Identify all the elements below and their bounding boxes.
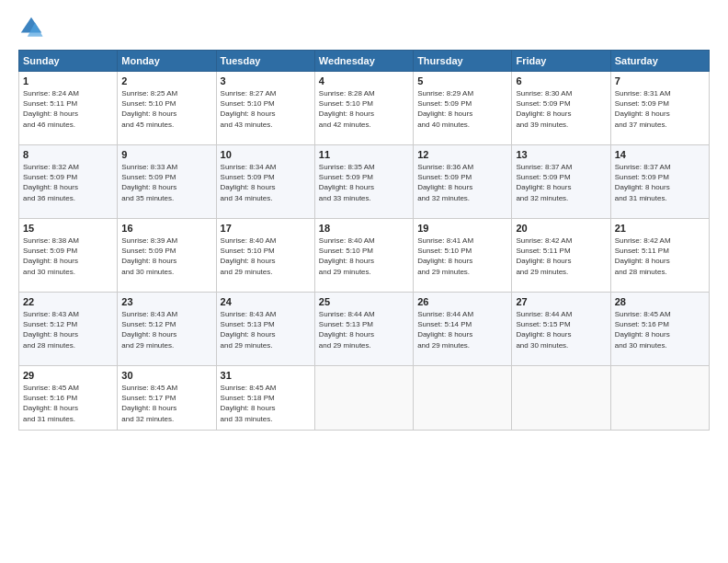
day-number: 25 [319,296,409,307]
day-number: 4 [319,75,409,86]
day-number: 14 [615,149,705,160]
day-info: Sunrise: 8:45 AM Sunset: 5:16 PM Dayligh… [23,383,113,424]
day-info: Sunrise: 8:28 AM Sunset: 5:10 PM Dayligh… [319,88,409,130]
calendar-cell: 31Sunrise: 8:45 AM Sunset: 5:18 PM Dayli… [216,366,314,431]
calendar-cell: 15Sunrise: 8:38 AM Sunset: 5:09 PM Dayli… [19,219,118,293]
day-number: 16 [121,223,211,234]
day-number: 17 [221,223,311,234]
calendar-cell: 3Sunrise: 8:27 AM Sunset: 5:10 PM Daylig… [216,72,314,145]
calendar-cell: 4Sunrise: 8:28 AM Sunset: 5:10 PM Daylig… [314,72,413,145]
day-number: 12 [417,149,507,160]
day-number: 30 [121,370,211,381]
day-number: 18 [319,223,409,234]
calendar-cell: 29Sunrise: 8:45 AM Sunset: 5:16 PM Dayli… [19,366,118,431]
day-info: Sunrise: 8:42 AM Sunset: 5:11 PM Dayligh… [516,236,606,277]
day-number: 1 [23,75,113,86]
day-number: 29 [23,370,113,381]
day-info: Sunrise: 8:43 AM Sunset: 5:13 PM Dayligh… [221,309,311,350]
day-number: 20 [516,223,606,234]
day-info: Sunrise: 8:44 AM Sunset: 5:15 PM Dayligh… [516,309,606,350]
day-number: 31 [221,370,311,381]
day-info: Sunrise: 8:38 AM Sunset: 5:09 PM Dayligh… [23,236,113,277]
calendar-cell: 20Sunrise: 8:42 AM Sunset: 5:11 PM Dayli… [512,219,610,293]
day-info: Sunrise: 8:39 AM Sunset: 5:09 PM Dayligh… [121,236,211,277]
day-number: 5 [417,75,507,86]
day-info: Sunrise: 8:37 AM Sunset: 5:09 PM Dayligh… [615,162,705,203]
calendar-cell: 2Sunrise: 8:25 AM Sunset: 5:10 PM Daylig… [118,72,216,145]
day-info: Sunrise: 8:29 AM Sunset: 5:09 PM Dayligh… [417,88,507,130]
day-number: 23 [121,296,211,307]
day-info: Sunrise: 8:25 AM Sunset: 5:10 PM Dayligh… [121,88,211,130]
logo-icon [18,15,44,40]
calendar-cell: 8Sunrise: 8:32 AM Sunset: 5:09 PM Daylig… [19,145,118,219]
calendar-cell: 14Sunrise: 8:37 AM Sunset: 5:09 PM Dayli… [610,145,709,219]
day-number: 28 [615,296,705,307]
calendar-cell: 30Sunrise: 8:45 AM Sunset: 5:17 PM Dayli… [118,366,216,431]
day-number: 10 [221,149,311,160]
calendar-cell [512,366,610,431]
day-number: 3 [221,75,311,86]
day-number: 6 [516,75,606,86]
calendar-cell: 13Sunrise: 8:37 AM Sunset: 5:09 PM Dayli… [512,145,610,219]
day-number: 21 [615,223,705,234]
logo [18,15,46,40]
day-info: Sunrise: 8:45 AM Sunset: 5:16 PM Dayligh… [615,309,705,350]
day-info: Sunrise: 8:40 AM Sunset: 5:10 PM Dayligh… [221,236,311,277]
calendar-cell [610,366,709,431]
day-number: 22 [23,296,113,307]
calendar-cell: 6Sunrise: 8:30 AM Sunset: 5:09 PM Daylig… [512,72,610,145]
calendar-cell: 23Sunrise: 8:43 AM Sunset: 5:12 PM Dayli… [118,293,216,366]
calendar: Sunday Monday Tuesday Wednesday Thursday… [18,50,710,431]
header [18,15,710,40]
day-number: 13 [516,149,606,160]
calendar-cell [314,366,413,431]
day-info: Sunrise: 8:40 AM Sunset: 5:10 PM Dayligh… [319,236,409,277]
day-info: Sunrise: 8:36 AM Sunset: 5:09 PM Dayligh… [417,162,507,203]
col-saturday: Saturday [610,51,709,72]
day-info: Sunrise: 8:33 AM Sunset: 5:09 PM Dayligh… [121,162,211,203]
calendar-cell: 7Sunrise: 8:31 AM Sunset: 5:09 PM Daylig… [610,72,709,145]
day-info: Sunrise: 8:30 AM Sunset: 5:09 PM Dayligh… [516,88,606,130]
day-info: Sunrise: 8:27 AM Sunset: 5:10 PM Dayligh… [221,88,311,130]
day-info: Sunrise: 8:44 AM Sunset: 5:13 PM Dayligh… [319,309,409,350]
day-info: Sunrise: 8:41 AM Sunset: 5:10 PM Dayligh… [417,236,507,277]
day-info: Sunrise: 8:37 AM Sunset: 5:09 PM Dayligh… [516,162,606,203]
col-wednesday: Wednesday [314,51,413,72]
day-info: Sunrise: 8:43 AM Sunset: 5:12 PM Dayligh… [23,309,113,350]
calendar-cell: 11Sunrise: 8:35 AM Sunset: 5:09 PM Dayli… [314,145,413,219]
day-number: 7 [615,75,705,86]
col-thursday: Thursday [414,51,512,72]
calendar-cell: 28Sunrise: 8:45 AM Sunset: 5:16 PM Dayli… [610,293,709,366]
days-header-row: Sunday Monday Tuesday Wednesday Thursday… [19,51,710,72]
day-info: Sunrise: 8:44 AM Sunset: 5:14 PM Dayligh… [417,309,507,350]
day-info: Sunrise: 8:32 AM Sunset: 5:09 PM Dayligh… [23,162,113,203]
day-info: Sunrise: 8:34 AM Sunset: 5:09 PM Dayligh… [221,162,311,203]
day-number: 24 [221,296,311,307]
day-info: Sunrise: 8:24 AM Sunset: 5:11 PM Dayligh… [23,88,113,130]
calendar-cell: 17Sunrise: 8:40 AM Sunset: 5:10 PM Dayli… [216,219,314,293]
day-info: Sunrise: 8:42 AM Sunset: 5:11 PM Dayligh… [615,236,705,277]
calendar-cell: 10Sunrise: 8:34 AM Sunset: 5:09 PM Dayli… [216,145,314,219]
day-info: Sunrise: 8:31 AM Sunset: 5:09 PM Dayligh… [615,88,705,130]
calendar-cell: 27Sunrise: 8:44 AM Sunset: 5:15 PM Dayli… [512,293,610,366]
day-number: 8 [23,149,113,160]
calendar-cell: 1Sunrise: 8:24 AM Sunset: 5:11 PM Daylig… [19,72,118,145]
calendar-cell: 22Sunrise: 8:43 AM Sunset: 5:12 PM Dayli… [19,293,118,366]
day-number: 19 [417,223,507,234]
day-number: 15 [23,223,113,234]
calendar-cell: 12Sunrise: 8:36 AM Sunset: 5:09 PM Dayli… [414,145,512,219]
day-info: Sunrise: 8:45 AM Sunset: 5:18 PM Dayligh… [221,383,311,424]
day-info: Sunrise: 8:45 AM Sunset: 5:17 PM Dayligh… [121,383,211,424]
calendar-cell: 5Sunrise: 8:29 AM Sunset: 5:09 PM Daylig… [414,72,512,145]
calendar-cell: 24Sunrise: 8:43 AM Sunset: 5:13 PM Dayli… [216,293,314,366]
calendar-cell: 16Sunrise: 8:39 AM Sunset: 5:09 PM Dayli… [118,219,216,293]
day-info: Sunrise: 8:35 AM Sunset: 5:09 PM Dayligh… [319,162,409,203]
col-friday: Friday [512,51,610,72]
day-number: 9 [121,149,211,160]
calendar-cell: 9Sunrise: 8:33 AM Sunset: 5:09 PM Daylig… [118,145,216,219]
calendar-cell: 21Sunrise: 8:42 AM Sunset: 5:11 PM Dayli… [610,219,709,293]
day-info: Sunrise: 8:43 AM Sunset: 5:12 PM Dayligh… [121,309,211,350]
col-tuesday: Tuesday [216,51,314,72]
col-monday: Monday [118,51,216,72]
calendar-cell: 25Sunrise: 8:44 AM Sunset: 5:13 PM Dayli… [314,293,413,366]
